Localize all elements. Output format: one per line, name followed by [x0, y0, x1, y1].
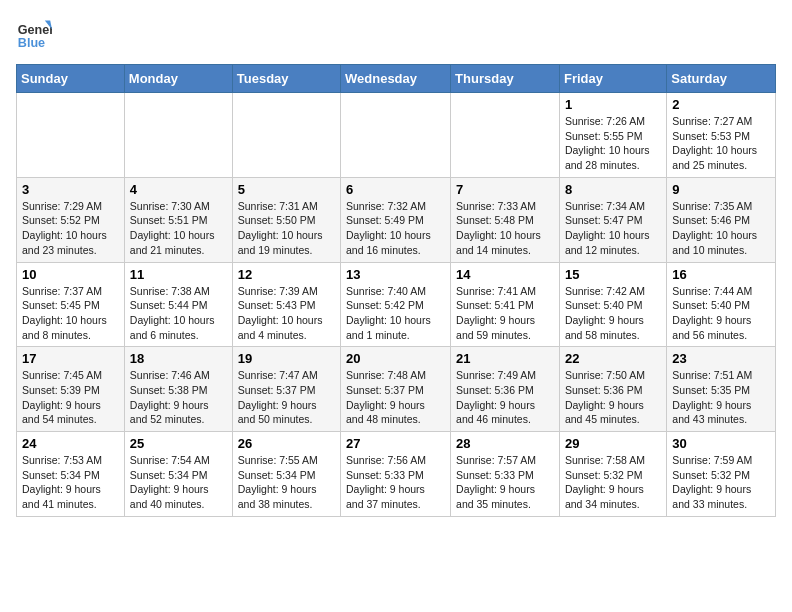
- day-number: 30: [672, 436, 770, 451]
- day-number: 19: [238, 351, 335, 366]
- day-info: Sunrise: 7:38 AM Sunset: 5:44 PM Dayligh…: [130, 284, 227, 343]
- day-cell: 27Sunrise: 7:56 AM Sunset: 5:33 PM Dayli…: [341, 432, 451, 517]
- day-number: 7: [456, 182, 554, 197]
- day-cell: 7Sunrise: 7:33 AM Sunset: 5:48 PM Daylig…: [451, 177, 560, 262]
- day-number: 6: [346, 182, 445, 197]
- day-number: 28: [456, 436, 554, 451]
- day-info: Sunrise: 7:51 AM Sunset: 5:35 PM Dayligh…: [672, 368, 770, 427]
- svg-text:Blue: Blue: [18, 36, 45, 50]
- day-cell: 23Sunrise: 7:51 AM Sunset: 5:35 PM Dayli…: [667, 347, 776, 432]
- day-info: Sunrise: 7:37 AM Sunset: 5:45 PM Dayligh…: [22, 284, 119, 343]
- day-cell: 29Sunrise: 7:58 AM Sunset: 5:32 PM Dayli…: [559, 432, 666, 517]
- header: General Blue: [16, 16, 776, 52]
- day-number: 16: [672, 267, 770, 282]
- logo-icon: General Blue: [16, 16, 52, 52]
- day-number: 21: [456, 351, 554, 366]
- day-number: 23: [672, 351, 770, 366]
- day-info: Sunrise: 7:44 AM Sunset: 5:40 PM Dayligh…: [672, 284, 770, 343]
- day-cell: 26Sunrise: 7:55 AM Sunset: 5:34 PM Dayli…: [232, 432, 340, 517]
- day-cell: [451, 93, 560, 178]
- day-cell: 6Sunrise: 7:32 AM Sunset: 5:49 PM Daylig…: [341, 177, 451, 262]
- day-info: Sunrise: 7:42 AM Sunset: 5:40 PM Dayligh…: [565, 284, 661, 343]
- day-number: 25: [130, 436, 227, 451]
- header-monday: Monday: [124, 65, 232, 93]
- day-cell: 16Sunrise: 7:44 AM Sunset: 5:40 PM Dayli…: [667, 262, 776, 347]
- day-number: 1: [565, 97, 661, 112]
- day-number: 2: [672, 97, 770, 112]
- day-info: Sunrise: 7:55 AM Sunset: 5:34 PM Dayligh…: [238, 453, 335, 512]
- day-cell: 12Sunrise: 7:39 AM Sunset: 5:43 PM Dayli…: [232, 262, 340, 347]
- day-number: 9: [672, 182, 770, 197]
- day-cell: 14Sunrise: 7:41 AM Sunset: 5:41 PM Dayli…: [451, 262, 560, 347]
- day-info: Sunrise: 7:29 AM Sunset: 5:52 PM Dayligh…: [22, 199, 119, 258]
- day-number: 15: [565, 267, 661, 282]
- day-info: Sunrise: 7:33 AM Sunset: 5:48 PM Dayligh…: [456, 199, 554, 258]
- day-cell: 28Sunrise: 7:57 AM Sunset: 5:33 PM Dayli…: [451, 432, 560, 517]
- day-number: 5: [238, 182, 335, 197]
- day-cell: [17, 93, 125, 178]
- day-cell: [232, 93, 340, 178]
- day-info: Sunrise: 7:53 AM Sunset: 5:34 PM Dayligh…: [22, 453, 119, 512]
- day-info: Sunrise: 7:58 AM Sunset: 5:32 PM Dayligh…: [565, 453, 661, 512]
- header-wednesday: Wednesday: [341, 65, 451, 93]
- week-row-2: 10Sunrise: 7:37 AM Sunset: 5:45 PM Dayli…: [17, 262, 776, 347]
- day-info: Sunrise: 7:31 AM Sunset: 5:50 PM Dayligh…: [238, 199, 335, 258]
- day-cell: 5Sunrise: 7:31 AM Sunset: 5:50 PM Daylig…: [232, 177, 340, 262]
- day-number: 12: [238, 267, 335, 282]
- day-number: 13: [346, 267, 445, 282]
- day-info: Sunrise: 7:54 AM Sunset: 5:34 PM Dayligh…: [130, 453, 227, 512]
- day-number: 4: [130, 182, 227, 197]
- day-number: 29: [565, 436, 661, 451]
- day-number: 22: [565, 351, 661, 366]
- day-info: Sunrise: 7:50 AM Sunset: 5:36 PM Dayligh…: [565, 368, 661, 427]
- week-row-1: 3Sunrise: 7:29 AM Sunset: 5:52 PM Daylig…: [17, 177, 776, 262]
- calendar-header-row: SundayMondayTuesdayWednesdayThursdayFrid…: [17, 65, 776, 93]
- day-info: Sunrise: 7:39 AM Sunset: 5:43 PM Dayligh…: [238, 284, 335, 343]
- day-cell: 21Sunrise: 7:49 AM Sunset: 5:36 PM Dayli…: [451, 347, 560, 432]
- header-thursday: Thursday: [451, 65, 560, 93]
- day-number: 10: [22, 267, 119, 282]
- day-info: Sunrise: 7:35 AM Sunset: 5:46 PM Dayligh…: [672, 199, 770, 258]
- day-info: Sunrise: 7:49 AM Sunset: 5:36 PM Dayligh…: [456, 368, 554, 427]
- day-cell: [341, 93, 451, 178]
- day-cell: 13Sunrise: 7:40 AM Sunset: 5:42 PM Dayli…: [341, 262, 451, 347]
- header-friday: Friday: [559, 65, 666, 93]
- header-tuesday: Tuesday: [232, 65, 340, 93]
- day-cell: 1Sunrise: 7:26 AM Sunset: 5:55 PM Daylig…: [559, 93, 666, 178]
- day-cell: 9Sunrise: 7:35 AM Sunset: 5:46 PM Daylig…: [667, 177, 776, 262]
- week-row-3: 17Sunrise: 7:45 AM Sunset: 5:39 PM Dayli…: [17, 347, 776, 432]
- day-cell: 3Sunrise: 7:29 AM Sunset: 5:52 PM Daylig…: [17, 177, 125, 262]
- day-info: Sunrise: 7:48 AM Sunset: 5:37 PM Dayligh…: [346, 368, 445, 427]
- day-info: Sunrise: 7:34 AM Sunset: 5:47 PM Dayligh…: [565, 199, 661, 258]
- day-cell: 30Sunrise: 7:59 AM Sunset: 5:32 PM Dayli…: [667, 432, 776, 517]
- calendar-table: SundayMondayTuesdayWednesdayThursdayFrid…: [16, 64, 776, 517]
- day-info: Sunrise: 7:45 AM Sunset: 5:39 PM Dayligh…: [22, 368, 119, 427]
- day-cell: 20Sunrise: 7:48 AM Sunset: 5:37 PM Dayli…: [341, 347, 451, 432]
- week-row-0: 1Sunrise: 7:26 AM Sunset: 5:55 PM Daylig…: [17, 93, 776, 178]
- day-info: Sunrise: 7:57 AM Sunset: 5:33 PM Dayligh…: [456, 453, 554, 512]
- day-number: 20: [346, 351, 445, 366]
- day-cell: 11Sunrise: 7:38 AM Sunset: 5:44 PM Dayli…: [124, 262, 232, 347]
- day-cell: 17Sunrise: 7:45 AM Sunset: 5:39 PM Dayli…: [17, 347, 125, 432]
- logo: General Blue: [16, 16, 56, 52]
- day-info: Sunrise: 7:56 AM Sunset: 5:33 PM Dayligh…: [346, 453, 445, 512]
- day-cell: 22Sunrise: 7:50 AM Sunset: 5:36 PM Dayli…: [559, 347, 666, 432]
- day-cell: 25Sunrise: 7:54 AM Sunset: 5:34 PM Dayli…: [124, 432, 232, 517]
- day-number: 8: [565, 182, 661, 197]
- day-number: 11: [130, 267, 227, 282]
- day-info: Sunrise: 7:47 AM Sunset: 5:37 PM Dayligh…: [238, 368, 335, 427]
- day-cell: 19Sunrise: 7:47 AM Sunset: 5:37 PM Dayli…: [232, 347, 340, 432]
- header-sunday: Sunday: [17, 65, 125, 93]
- day-info: Sunrise: 7:41 AM Sunset: 5:41 PM Dayligh…: [456, 284, 554, 343]
- header-saturday: Saturday: [667, 65, 776, 93]
- day-info: Sunrise: 7:40 AM Sunset: 5:42 PM Dayligh…: [346, 284, 445, 343]
- day-info: Sunrise: 7:32 AM Sunset: 5:49 PM Dayligh…: [346, 199, 445, 258]
- day-number: 17: [22, 351, 119, 366]
- day-number: 26: [238, 436, 335, 451]
- day-number: 3: [22, 182, 119, 197]
- day-cell: 4Sunrise: 7:30 AM Sunset: 5:51 PM Daylig…: [124, 177, 232, 262]
- day-number: 18: [130, 351, 227, 366]
- day-cell: 2Sunrise: 7:27 AM Sunset: 5:53 PM Daylig…: [667, 93, 776, 178]
- day-info: Sunrise: 7:27 AM Sunset: 5:53 PM Dayligh…: [672, 114, 770, 173]
- day-info: Sunrise: 7:46 AM Sunset: 5:38 PM Dayligh…: [130, 368, 227, 427]
